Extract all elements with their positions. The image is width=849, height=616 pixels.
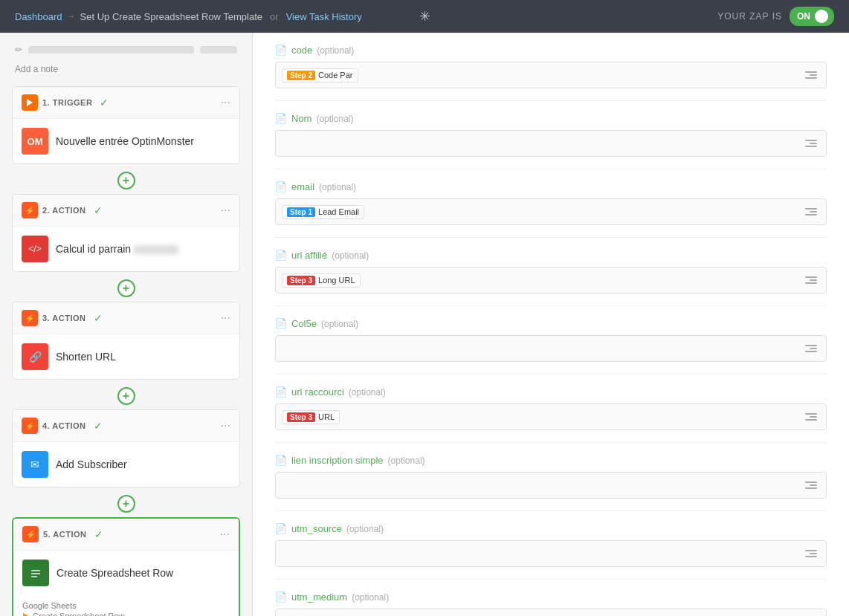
step-5-footer: Google Sheets Create Spreadsheet Row (13, 595, 239, 616)
field-utmsource-optional: (optional) (346, 524, 384, 534)
expand-col5e-button[interactable] (802, 342, 820, 355)
breadcrumb: Dashboard → Set Up Create Spreadsheet Ro… (15, 11, 362, 22)
step-3-body[interactable]: 🔗 Shorten URL (13, 334, 239, 379)
field-urlaffilie-label: 📄 url affilié (optional) (275, 250, 827, 261)
doc-icon-urlraccourci: 📄 (275, 386, 287, 398)
add-step-2-button[interactable]: + (117, 279, 135, 297)
field-utmsource: 📄 utm_source (optional) (275, 511, 827, 580)
doc-icon-urlaffilie: 📄 (275, 250, 287, 261)
field-utmsource-label: 📄 utm_source (optional) (275, 523, 827, 534)
field-lieninscription-label: 📄 lien inscription simple (optional) (275, 455, 827, 466)
step-4-name-area: Add Subscriber (56, 458, 127, 470)
field-urlraccourci-input[interactable]: Step 3 URL (275, 403, 827, 430)
nav-center-icon: ✳ (419, 8, 430, 25)
step-1-menu[interactable]: ··· (221, 96, 230, 109)
expand-urlaffilie-button[interactable] (802, 273, 820, 287)
plus-connector-2: + (0, 275, 252, 302)
step-3-check: ✓ (94, 312, 103, 324)
step-4-check: ✓ (94, 420, 103, 432)
field-nom-input[interactable] (275, 130, 827, 157)
step-3-card: ⚡ 3. ACTION ✓ ··· 🔗 Shorten URL (12, 302, 240, 380)
field-urlaffilie-input[interactable]: Step 3 Long URL (275, 267, 827, 294)
view-task-history-link[interactable]: View Task History (286, 11, 362, 22)
field-email-optional: (optional) (319, 182, 356, 192)
step-4-title: Add Subscriber (56, 458, 127, 470)
tag-step-num-email: Step 1 (287, 207, 315, 217)
dashboard-link[interactable]: Dashboard (15, 11, 62, 22)
expand-nom-button[interactable] (802, 137, 820, 150)
step-3-badge: ⚡ 3. ACTION ✓ (22, 310, 221, 326)
field-utmmedium-input[interactable] (275, 609, 827, 616)
doc-icon-code: 📄 (275, 45, 287, 56)
step-2-card: ⚡ 2. ACTION ✓ ··· </> Calcul id parrain (12, 194, 240, 272)
field-code-label: 📄 code (optional) (275, 45, 827, 56)
field-utmsource-input[interactable] (275, 540, 827, 567)
expand-email-button[interactable] (802, 205, 820, 218)
svg-rect-3 (31, 573, 40, 574)
nav-current-page: Set Up Create Spreadsheet Row Template (80, 11, 262, 22)
sheets-icon (22, 560, 49, 586)
add-step-1-button[interactable]: + (117, 172, 135, 189)
action-icon-4: ⚡ (22, 418, 38, 434)
step-2-menu[interactable]: ··· (221, 204, 230, 217)
tag-step-num-urlraccourci: Step 3 (287, 412, 315, 422)
step-2-badge: ⚡ 2. ACTION ✓ (22, 202, 221, 218)
step-2-check: ✓ (94, 204, 103, 216)
step-4-header: ⚡ 4. ACTION ✓ ··· (13, 410, 239, 442)
step-1-header: 1. TRIGGER ✓ ··· (13, 87, 239, 119)
field-lieninscription: 📄 lien inscription simple (optional) (275, 443, 827, 511)
top-nav: Dashboard → Set Up Create Spreadsheet Ro… (0, 0, 849, 33)
doc-icon-col5e: 📄 (275, 318, 287, 329)
expand-urlraccourci-button[interactable] (802, 410, 820, 424)
field-urlraccourci-tag: Step 3 URL (282, 410, 340, 424)
doc-icon-email: 📄 (275, 181, 287, 192)
field-utmmedium: 📄 utm_medium (optional) (275, 580, 827, 616)
step-5-body[interactable]: Create Spreadsheet Row (13, 551, 239, 595)
nav-or: or (270, 11, 279, 22)
step-2-label: 2. ACTION (42, 206, 86, 215)
step-1-label: 1. TRIGGER (42, 98, 92, 107)
step-4-badge: ⚡ 4. ACTION ✓ (22, 418, 221, 434)
step-4-body[interactable]: ✉ Add Subscriber (13, 442, 239, 487)
field-col5e-input[interactable] (275, 335, 827, 362)
step-5-title: Create Spreadsheet Row (57, 567, 173, 579)
note-line-2 (200, 46, 237, 54)
field-code-tag: Step 2 Code Par (282, 68, 358, 82)
step-1-body[interactable]: OM Nouvelle entrée OptinMonster (13, 119, 239, 163)
plus-connector-3: + (0, 383, 252, 409)
zap-status-label: YOUR ZAP IS (717, 11, 782, 22)
expand-lieninscription-button[interactable] (802, 479, 820, 492)
field-email-input[interactable]: Step 1 Lead Email (275, 198, 827, 225)
svg-marker-0 (27, 99, 33, 106)
field-code-input[interactable]: Step 2 Code Par (275, 62, 827, 88)
step-1-name: Nouvelle entrée OptinMonster (56, 135, 194, 147)
step-5-sub1: Google Sheets (22, 601, 230, 610)
step-5-card: ⚡ 5. ACTION ✓ ··· Create Spreadsheet Row… (12, 517, 240, 616)
svg-marker-5 (23, 613, 29, 616)
step-5-name-area: Create Spreadsheet Row (57, 567, 173, 579)
expand-utmsource-button[interactable] (802, 547, 820, 560)
field-lieninscription-input[interactable] (275, 472, 827, 499)
step-2-name-area: Calcul id parrain (56, 243, 178, 255)
doc-icon-utmmedium: 📄 (275, 591, 287, 603)
step-5-header: ⚡ 5. ACTION ✓ ··· (13, 519, 239, 551)
step-3-name-area: Shorten URL (56, 351, 116, 363)
step-3-menu[interactable]: ··· (221, 311, 230, 325)
add-step-3-button[interactable]: + (117, 387, 135, 405)
step-4-card: ⚡ 4. ACTION ✓ ··· ✉ Add Subscriber (12, 409, 240, 487)
optinmonster-icon: OM (22, 128, 48, 155)
step-2-body[interactable]: </> Calcul id parrain (13, 227, 239, 271)
action-icon-2: ⚡ (22, 202, 38, 218)
svg-rect-4 (31, 576, 37, 577)
step-5-menu[interactable]: ··· (220, 528, 230, 541)
expand-code-button[interactable] (802, 68, 820, 82)
field-code-optional: (optional) (317, 45, 354, 56)
add-note-label[interactable]: Add a note (0, 64, 252, 86)
doc-icon-utmsource: 📄 (275, 523, 287, 534)
step-2-title: Calcul id parrain (56, 243, 178, 255)
step-4-menu[interactable]: ··· (221, 419, 230, 432)
tag-value-code: Code Par (318, 71, 352, 80)
zap-toggle[interactable]: ON (790, 7, 834, 26)
add-step-4-button[interactable]: + (117, 495, 135, 513)
field-urlaffilie: 📄 url affilié (optional) Step 3 Long URL (275, 238, 827, 306)
